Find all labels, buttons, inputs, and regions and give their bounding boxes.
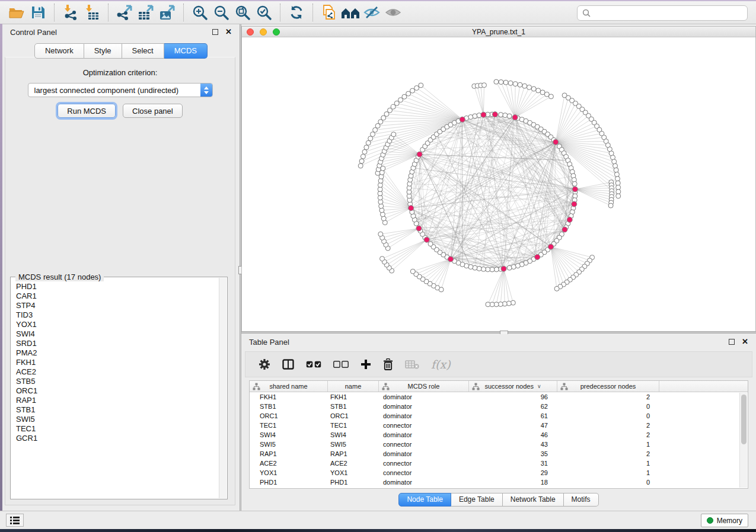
save-session-icon[interactable] <box>27 4 49 21</box>
zoom-out-icon[interactable] <box>210 4 232 21</box>
network-node[interactable] <box>616 194 621 198</box>
float-panel-icon[interactable] <box>729 339 735 345</box>
close-window-icon[interactable] <box>247 28 254 36</box>
tab-edge-table[interactable]: Edge Table <box>451 493 503 507</box>
network-node[interactable] <box>503 113 508 118</box>
network-node[interactable] <box>486 302 490 307</box>
mcds-list-scrollbar[interactable] <box>219 278 227 498</box>
network-node[interactable] <box>364 145 369 150</box>
table-cell[interactable]: connector <box>379 469 469 476</box>
mcds-result-item[interactable]: ORC1 <box>12 386 219 396</box>
network-node[interactable] <box>608 203 613 208</box>
scrollbar-thumb[interactable] <box>741 395 747 444</box>
table-cell[interactable]: SWI4 <box>328 431 379 438</box>
network-node[interactable] <box>512 115 518 120</box>
network-node[interactable] <box>614 172 619 177</box>
table-cell[interactable]: connector <box>379 422 469 429</box>
network-node[interactable] <box>368 136 373 141</box>
table-cell[interactable]: 2 <box>557 422 659 429</box>
network-canvas[interactable] <box>242 37 755 331</box>
network-node[interactable] <box>416 226 422 231</box>
table-cell[interactable]: 29 <box>469 469 557 476</box>
mcds-result-item[interactable]: SWI5 <box>12 415 219 424</box>
network-node[interactable] <box>481 267 486 271</box>
mcds-result-item[interactable]: YOX1 <box>12 320 219 329</box>
table-cell[interactable]: YOX1 <box>328 469 379 476</box>
table-row[interactable]: TEC1TEC1connector472 <box>250 421 748 430</box>
table-cell[interactable]: 62 <box>469 403 557 410</box>
network-node[interactable] <box>424 237 429 242</box>
mcds-result-item[interactable]: ACE2 <box>12 367 219 377</box>
network-node[interactable] <box>359 159 364 164</box>
network-node[interactable] <box>428 242 433 246</box>
select-all-icon[interactable] <box>306 357 321 372</box>
maximize-window-icon[interactable] <box>273 28 280 36</box>
network-node[interactable] <box>486 267 490 272</box>
table-cell[interactable]: 0 <box>557 412 659 419</box>
tab-network[interactable]: Network <box>34 43 84 59</box>
network-node[interactable] <box>507 114 512 118</box>
table-row[interactable]: SWI5SWI5connector431 <box>250 440 748 449</box>
delete-row-icon[interactable] <box>383 357 393 372</box>
network-node[interactable] <box>419 83 423 88</box>
network-node[interactable] <box>616 185 621 190</box>
network-node[interactable] <box>371 132 375 137</box>
network-node[interactable] <box>499 113 503 117</box>
tab-mcds[interactable]: MCDS <box>164 43 208 59</box>
tab-motifs[interactable]: Motifs <box>564 493 599 507</box>
network-node[interactable] <box>410 269 415 274</box>
table-row[interactable]: STB1STB1dominator620 <box>250 402 748 411</box>
network-node[interactable] <box>380 257 385 261</box>
tab-select[interactable]: Select <box>122 43 164 59</box>
network-node[interactable] <box>548 94 553 99</box>
table-cell[interactable]: 18 <box>469 479 557 486</box>
network-node[interactable] <box>567 217 572 222</box>
settings-gear-icon[interactable] <box>259 357 270 372</box>
network-node[interactable] <box>507 265 512 270</box>
export-table-icon[interactable] <box>135 4 157 21</box>
table-cell[interactable]: 43 <box>469 441 557 448</box>
table-cell[interactable]: RAP1 <box>250 450 328 457</box>
table-cell[interactable]: dominator <box>379 431 469 438</box>
network-node[interactable] <box>501 266 506 271</box>
network-node[interactable] <box>490 267 495 272</box>
first-neighbors-icon[interactable] <box>340 4 361 21</box>
mcds-result-item[interactable]: STB5 <box>12 377 219 386</box>
table-cell[interactable]: PHD1 <box>328 479 379 486</box>
network-node[interactable] <box>492 112 497 117</box>
network-node[interactable] <box>358 164 363 168</box>
import-table-icon[interactable] <box>81 4 103 21</box>
table-cell[interactable]: 47 <box>469 422 557 429</box>
import-network-icon[interactable] <box>60 4 81 21</box>
table-cell[interactable]: SWI5 <box>250 441 328 448</box>
network-node[interactable] <box>391 132 396 137</box>
show-all-icon[interactable] <box>382 4 404 21</box>
table-cell[interactable]: 46 <box>469 431 557 438</box>
zoom-in-icon[interactable] <box>189 4 210 21</box>
network-node[interactable] <box>572 181 577 186</box>
column-header-shared-name[interactable]: shared name <box>250 381 328 392</box>
refresh-icon[interactable] <box>286 4 307 21</box>
network-node[interactable] <box>553 139 559 145</box>
network-node[interactable] <box>477 266 481 271</box>
network-node[interactable] <box>414 86 419 91</box>
network-node[interactable] <box>518 82 522 87</box>
network-node[interactable] <box>494 79 499 84</box>
deselect-all-icon[interactable] <box>333 357 349 372</box>
network-node[interactable] <box>615 181 620 185</box>
network-node[interactable] <box>406 91 411 96</box>
duplicate-network-icon[interactable] <box>318 4 340 21</box>
table-cell[interactable]: PHD1 <box>250 479 328 486</box>
column-header-mcds-role[interactable]: MCDS role <box>379 381 469 392</box>
table-row[interactable]: ACE2ACE2connector311 <box>250 459 748 468</box>
table-cell[interactable]: FKH1 <box>328 393 379 400</box>
table-cell[interactable]: dominator <box>379 412 469 419</box>
mcds-result-item[interactable]: CAR1 <box>12 291 219 301</box>
table-row[interactable]: YOX1YOX1connector291 <box>250 468 748 477</box>
table-cell[interactable]: 2 <box>557 393 659 400</box>
table-cell[interactable]: RAP1 <box>328 450 379 457</box>
network-node[interactable] <box>503 80 508 85</box>
table-cell[interactable]: 1 <box>557 460 659 467</box>
table-cell[interactable]: 2 <box>557 431 659 438</box>
network-node[interactable] <box>508 81 513 85</box>
